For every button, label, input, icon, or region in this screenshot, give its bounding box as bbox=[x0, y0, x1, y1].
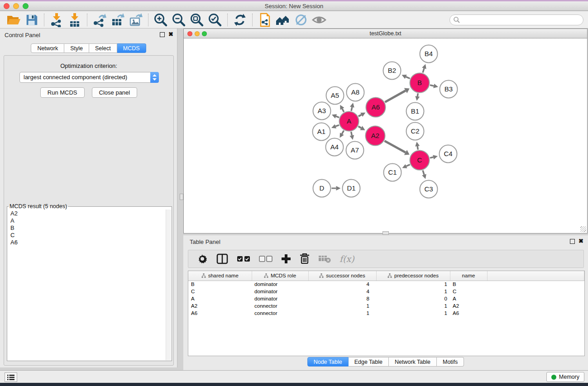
tab-network[interactable]: Network bbox=[31, 43, 64, 53]
result-scrollbar[interactable] bbox=[166, 210, 171, 360]
table-row[interactable]: A2connector11A2 bbox=[188, 302, 584, 310]
table-cell[interactable]: 8 bbox=[308, 295, 376, 302]
horizontal-splitter-handle[interactable] bbox=[382, 231, 389, 235]
graph-edge-A-A4[interactable] bbox=[342, 130, 344, 133]
zoom-window-button[interactable] bbox=[23, 3, 29, 9]
table-row[interactable]: A6connector11A6 bbox=[188, 310, 584, 317]
hide-graphics-icon[interactable] bbox=[292, 12, 310, 28]
table-cell[interactable]: 1 bbox=[308, 310, 376, 317]
table-cell[interactable]: B bbox=[450, 281, 487, 288]
show-graphics-eye-icon[interactable] bbox=[310, 12, 328, 28]
table-cell[interactable]: 1 bbox=[308, 302, 376, 310]
float-panel-icon[interactable] bbox=[160, 32, 165, 37]
memory-button[interactable]: Memory bbox=[546, 372, 584, 382]
table-cell[interactable]: 0 bbox=[376, 295, 450, 302]
refresh-layout-icon[interactable] bbox=[231, 12, 249, 28]
table-cell[interactable]: 1 bbox=[376, 302, 450, 310]
close-panel-button[interactable]: Close panel bbox=[92, 87, 138, 98]
network-close-button[interactable] bbox=[187, 31, 192, 36]
show-columns-icon[interactable] bbox=[216, 253, 228, 264]
tab-select[interactable]: Select bbox=[89, 43, 117, 53]
table-cell[interactable]: dominator bbox=[252, 288, 308, 295]
graph-edge-A-A2[interactable] bbox=[359, 126, 361, 128]
search-input[interactable] bbox=[449, 14, 583, 25]
table-cell[interactable]: A bbox=[188, 295, 252, 302]
optimization-criterion-dropdown[interactable]: largest connected component (directed) bbox=[19, 72, 159, 83]
close-window-button[interactable] bbox=[4, 3, 10, 9]
graph-edge-B-B2[interactable] bbox=[406, 77, 410, 79]
delete-column-trash-icon[interactable] bbox=[300, 253, 310, 264]
table-cell[interactable]: A6 bbox=[450, 310, 487, 317]
close-panel-icon[interactable]: ✖ bbox=[168, 31, 173, 38]
column-header-name[interactable]: name bbox=[450, 271, 487, 281]
table-cell[interactable]: B bbox=[188, 281, 252, 288]
import-table-icon[interactable] bbox=[66, 12, 84, 28]
graph-edge-A6-B[interactable] bbox=[385, 91, 406, 102]
column-header-successor-nodes[interactable]: successor nodes bbox=[308, 271, 376, 281]
graph-edge-C-C2[interactable] bbox=[417, 146, 418, 150]
table-cell[interactable]: A6 bbox=[188, 310, 252, 317]
table-cell[interactable]: 4 bbox=[308, 281, 376, 288]
graph-edge-C-C4[interactable] bbox=[430, 157, 433, 158]
network-zoom-button[interactable] bbox=[202, 31, 207, 36]
vertical-splitter-handle[interactable] bbox=[180, 194, 183, 200]
minimize-window-button[interactable] bbox=[13, 3, 19, 9]
graph-edge-A-A8[interactable] bbox=[351, 107, 352, 111]
select-all-checkboxes-icon[interactable] bbox=[237, 255, 250, 262]
table-cell[interactable]: dominator bbox=[252, 295, 308, 302]
graph-edge-B-B3[interactable] bbox=[430, 85, 434, 86]
graph-edge-C-C3[interactable] bbox=[423, 170, 424, 175]
network-minimize-button[interactable] bbox=[195, 31, 200, 36]
tab-motifs[interactable]: Motifs bbox=[437, 357, 464, 367]
zoom-fit-icon[interactable] bbox=[188, 12, 206, 28]
table-row[interactable]: Adominator80A bbox=[188, 295, 584, 302]
table-cell[interactable]: C bbox=[188, 288, 252, 295]
mcds-result-item[interactable]: A2 bbox=[10, 210, 172, 217]
window-resize-grip[interactable] bbox=[580, 226, 586, 232]
mcds-result-item[interactable]: B bbox=[10, 224, 172, 232]
table-cell[interactable]: A bbox=[450, 295, 487, 302]
task-history-list-icon[interactable] bbox=[5, 372, 17, 382]
tab-edge-table[interactable]: Edge Table bbox=[349, 357, 389, 367]
table-cell[interactable]: C bbox=[450, 288, 487, 295]
table-cell[interactable]: 1 bbox=[376, 288, 450, 295]
graph-edge-A-A5[interactable] bbox=[342, 109, 344, 112]
graph-edge-A-A1[interactable] bbox=[335, 125, 339, 126]
table-cell[interactable]: 4 bbox=[308, 288, 376, 295]
table-options-gear-icon[interactable] bbox=[197, 253, 208, 264]
graph-edge-A-A3[interactable] bbox=[336, 116, 339, 118]
table-cell[interactable]: A2 bbox=[188, 302, 252, 310]
export-image-icon[interactable] bbox=[127, 12, 145, 28]
graph-edge-B-B1[interactable] bbox=[417, 93, 418, 96]
graph-edge-A2-C[interactable] bbox=[385, 141, 406, 152]
deselect-all-checkboxes-icon[interactable] bbox=[259, 255, 272, 262]
graph-edge-C-C1[interactable] bbox=[406, 165, 410, 167]
graph-edge-B-B4[interactable] bbox=[423, 68, 424, 73]
table-cell[interactable]: dominator bbox=[252, 281, 308, 288]
export-network-icon[interactable] bbox=[91, 12, 109, 28]
table-cell[interactable]: 1 bbox=[376, 310, 450, 317]
table-row[interactable]: Bdominator41B bbox=[188, 281, 584, 288]
run-mcds-button[interactable]: Run MCDS bbox=[40, 87, 85, 98]
graph-edge-A-A6[interactable] bbox=[359, 115, 362, 117]
zoom-in-icon[interactable] bbox=[152, 12, 170, 28]
column-header-MCDS-role[interactable]: MCDS role bbox=[252, 271, 308, 281]
column-header-shared-name[interactable]: shared name bbox=[188, 271, 252, 281]
tab-mcds[interactable]: MCDS bbox=[117, 43, 146, 53]
table-cell[interactable]: connector bbox=[252, 302, 308, 310]
create-column-plus-icon[interactable] bbox=[281, 254, 291, 264]
import-network-icon[interactable] bbox=[48, 12, 66, 28]
zoom-selected-icon[interactable] bbox=[206, 12, 224, 28]
network-graph-canvas[interactable]: B4B2BB3A8A5A6A3B1AA1C2A2A4A7C4CC1C3DD1 bbox=[184, 38, 587, 233]
tab-node-table[interactable]: Node Table bbox=[307, 357, 349, 367]
open-session-icon[interactable] bbox=[5, 12, 23, 28]
tab-network-table[interactable]: Network Table bbox=[389, 357, 437, 367]
zoom-out-icon[interactable] bbox=[170, 12, 188, 28]
table-row[interactable]: Cdominator41C bbox=[188, 288, 584, 295]
graph-edge-A-A7[interactable] bbox=[351, 132, 352, 135]
node-table[interactable]: shared nameMCDS rolesuccessor nodesprede… bbox=[188, 271, 584, 317]
save-session-icon[interactable] bbox=[23, 12, 41, 28]
table-cell[interactable]: connector bbox=[252, 310, 308, 317]
export-table-icon[interactable] bbox=[109, 12, 127, 28]
mcds-result-item[interactable]: A6 bbox=[10, 239, 172, 246]
